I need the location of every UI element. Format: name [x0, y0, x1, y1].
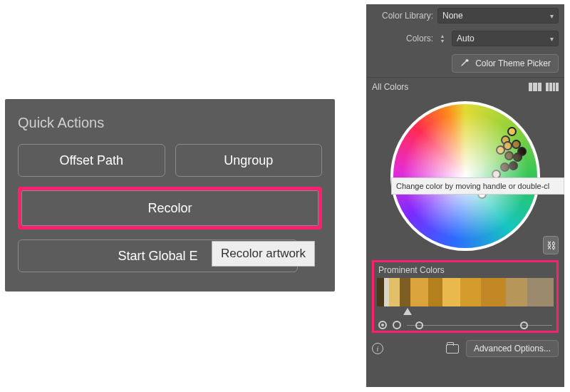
color-theme-picker-label: Color Theme Picker — [475, 58, 551, 68]
saturation-knob-right[interactable] — [520, 321, 528, 329]
chevron-down-icon: ▾ — [550, 35, 554, 43]
link-colors-toggle[interactable]: ⛓ — [543, 236, 559, 254]
color-handle[interactable] — [504, 151, 514, 160]
color-library-label: Color Library: — [372, 11, 433, 21]
colors-value: Auto — [457, 33, 475, 43]
advanced-options-button[interactable]: Advanced Options... — [466, 340, 559, 357]
color-library-value: None — [442, 11, 463, 21]
recolor-button[interactable]: Recolor — [21, 190, 318, 226]
quick-actions-panel: Quick Actions Offset Path Ungroup Recolo… — [5, 99, 335, 292]
colors-label: Colors: — [372, 33, 433, 43]
color-handle[interactable] — [509, 161, 518, 170]
color-wheel[interactable] — [390, 101, 540, 251]
color-mode-radio-2[interactable] — [393, 321, 401, 329]
info-icon[interactable]: i — [372, 343, 383, 354]
prominent-color-segment[interactable] — [410, 278, 428, 306]
prominent-color-segment[interactable] — [389, 278, 400, 306]
chevron-down-icon: ▾ — [550, 12, 554, 20]
prominent-color-segment[interactable] — [400, 278, 410, 306]
color-handle[interactable] — [503, 141, 512, 150]
prominent-slider-handle[interactable] — [403, 308, 412, 315]
color-theme-picker-button[interactable]: Color Theme Picker — [452, 54, 559, 73]
quick-actions-title: Quick Actions — [18, 115, 322, 131]
saturation-knob-left[interactable] — [415, 321, 423, 329]
recolor-side-panel: Color Library: None ▾ Colors: ▲▼ Auto ▾ … — [366, 4, 564, 387]
advanced-options-label: Advanced Options... — [474, 344, 551, 354]
recolor-highlight: Recolor — [18, 187, 322, 229]
color-handle[interactable] — [501, 135, 510, 145]
prominent-color-segment[interactable] — [460, 278, 482, 306]
prominent-color-segment[interactable] — [481, 278, 506, 306]
prominent-color-segment[interactable] — [527, 278, 554, 306]
prominent-color-segment[interactable] — [377, 278, 384, 306]
offset-path-button[interactable]: Offset Path — [18, 144, 165, 177]
prominent-colors-label: Prominent Colors — [377, 265, 554, 275]
color-handle[interactable] — [517, 147, 527, 156]
prominent-slider-track[interactable] — [377, 309, 554, 316]
color-wheel-tooltip: Change color by moving handle or double-… — [391, 177, 564, 195]
wheel-view-icon[interactable] — [529, 83, 542, 91]
color-handle[interactable] — [507, 127, 517, 136]
colors-select[interactable]: Auto ▾ — [452, 31, 559, 46]
prominent-color-segment[interactable] — [384, 278, 389, 306]
recolor-tooltip: Recolor artwork — [212, 241, 315, 267]
color-library-select[interactable]: None ▾ — [437, 8, 559, 24]
prominent-colors-highlight: Prominent Colors — [372, 260, 559, 333]
color-handle[interactable] — [512, 140, 521, 149]
link-icon: ⛓ — [546, 240, 556, 251]
saturation-slider[interactable] — [407, 325, 552, 326]
color-handle[interactable] — [500, 163, 509, 172]
prominent-color-segment[interactable] — [506, 278, 527, 306]
colors-stepper[interactable]: ▲▼ — [437, 33, 447, 43]
all-colors-label: All Colors — [372, 82, 408, 92]
color-handle[interactable] — [496, 145, 505, 155]
prominent-colors-bar[interactable] — [377, 278, 554, 306]
color-wheel-area: Change color by moving handle or double-… — [366, 93, 564, 259]
prominent-color-segment[interactable] — [428, 278, 442, 306]
color-handle[interactable] — [513, 153, 522, 162]
prominent-color-segment[interactable] — [442, 278, 460, 306]
eyedropper-icon — [460, 58, 470, 68]
bars-view-icon[interactable] — [546, 83, 559, 91]
color-mode-radio-1[interactable] — [378, 321, 387, 329]
ungroup-button[interactable]: Ungroup — [175, 144, 323, 177]
folder-icon[interactable] — [446, 344, 459, 354]
